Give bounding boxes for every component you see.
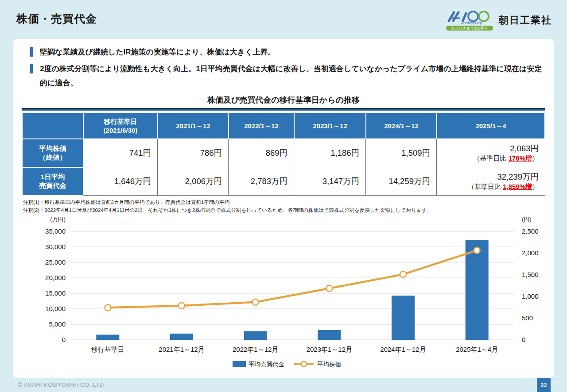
svg-text:30,000: 30,000 (45, 243, 66, 250)
baseline-comparison-note: （基準日比 178%増） (473, 154, 539, 163)
footnote-1: 注釈(1)：移行基準日の平均株価は直前3カ月間の平均であり、売買代金は直前1年間… (23, 199, 432, 207)
svg-text:10,000: 10,000 (45, 305, 66, 312)
stock-price-trading-value-chart: 05,00010,00015,00020,00025,00030,00035,0… (22, 215, 545, 372)
svg-text:0: 0 (62, 336, 66, 343)
footnotes: 注釈(1)：移行基準日の平均株価は直前3カ月間の平均であり、売買代金は直前1年間… (23, 199, 432, 215)
svg-text:2022年1～12月: 2022年1～12月 (233, 346, 278, 353)
table-cell-with-note: 32,239万円（基準日比 1,859%増） (437, 167, 545, 196)
page-number: 22 (537, 378, 551, 392)
table-header-cell: 2025/1～4 (437, 113, 545, 139)
svg-text:平均株価: 平均株価 (317, 361, 341, 368)
table-top-double-rule (22, 108, 545, 111)
svg-text:2,000: 2,000 (522, 249, 539, 257)
table-cell-with-note: 2,063円（基準日比 178%増） (437, 139, 545, 167)
table-header-cell: 移行基準日(2021/6/30) (83, 113, 158, 139)
svg-text:2021年1～12月: 2021年1～12月 (159, 346, 204, 353)
svg-text:1,000: 1,000 (522, 292, 539, 300)
table-title: 株価及び売買代金の移行基準日からの推移 (22, 95, 545, 105)
bullet-item: 堅調な業績及び継続したIR施策の実施等により、株価は大きく上昇。 (30, 45, 549, 59)
increase-rate-highlight: 178%増 (509, 154, 532, 162)
increase-rate-highlight: 1,859%増 (503, 183, 532, 190)
bullet-text: 堅調な業績及び継続したIR施策の実施等により、株価は大きく上昇。 (40, 45, 549, 59)
svg-text:500: 500 (522, 314, 533, 322)
page-title: 株価・売買代金 (16, 12, 97, 26)
svg-text:(万円): (万円) (50, 216, 66, 223)
table-cell: 1,509円 (366, 139, 437, 167)
svg-text:2,500: 2,500 (522, 227, 539, 235)
bullet-text: 2度の株式分割等により流動性も大きく向上。1日平均売買代金は大幅に改善し、当初適… (40, 62, 549, 91)
table-cell: 14,259万円 (366, 167, 437, 196)
svg-text:移行基準日: 移行基準日 (91, 346, 124, 353)
svg-text:15,000: 15,000 (45, 289, 66, 297)
svg-text:2023年1～12月: 2023年1～12月 (307, 346, 352, 353)
content-card: 堅調な業績及び継続したIR施策の実施等により、株価は大きく上昇。 2度の株式分割… (13, 39, 554, 378)
svg-text:(円): (円) (522, 216, 532, 223)
bullet-marker (30, 47, 33, 57)
svg-text:平均売買代金: 平均売買代金 (249, 361, 284, 368)
table-cell: 2,783万円 (229, 167, 294, 196)
table-cell: 3,147万円 (294, 167, 366, 196)
bullet-marker (30, 64, 33, 73)
table-header-cell: 2021/1～12 (158, 113, 229, 139)
svg-text:5,000: 5,000 (49, 320, 66, 328)
table-cell: 786円 (158, 139, 229, 167)
table-row-label: 平均株価（終値） (22, 139, 83, 167)
table-header-cell: 2022/1～12 (229, 113, 294, 139)
svg-text:0: 0 (522, 336, 525, 343)
table-header-cell: 2023/1～12 (294, 113, 366, 139)
svg-text:2024年1～12月: 2024年1～12月 (380, 346, 426, 353)
table-cell: 2,006万円 (158, 167, 229, 196)
svg-text:25,000: 25,000 (45, 258, 66, 266)
stock-data-table: 移行基準日(2021/6/30)2021/1～122022/1～122023/1… (22, 113, 545, 196)
baseline-comparison-note: （基準日比 1,859%増） (468, 183, 539, 191)
svg-text:2025年1～4月: 2025年1～4月 (456, 346, 498, 353)
table-cell: 741円 (83, 139, 158, 167)
table-cell: 869円 (229, 139, 294, 167)
footnote-2: 注釈(2)：2022年4月1日付及び2024年4月1日付の2度、それぞれ1株につ… (23, 207, 432, 215)
table-header-cell: 2024/1～12 (366, 113, 437, 139)
svg-text:1,500: 1,500 (522, 271, 539, 278)
table-header-cell (22, 113, 83, 139)
anniversary-logo-icon: Anniversary おかげさまで100周年 (446, 10, 495, 31)
company-name: 朝日工業社 (499, 14, 552, 27)
company-logo: Anniversary おかげさまで100周年 朝日工業社 (446, 10, 552, 31)
table-cell: 1,186円 (294, 139, 366, 167)
table-cell: 1,646万円 (83, 167, 158, 196)
bullet-item: 2度の株式分割等により流動性も大きく向上。1日平均売買代金は大幅に改善し、当初適… (30, 62, 549, 91)
copyright-text: © ASAHI KOGYOSHA CO.,LTD. (18, 381, 106, 388)
svg-text:35,000: 35,000 (45, 227, 66, 235)
table-row-label: 1日平均売買代金 (22, 167, 83, 196)
svg-text:20,000: 20,000 (45, 274, 66, 281)
anniversary-text: Anniversary (460, 21, 482, 25)
logo-tagline: おかげさまで100周年 (451, 26, 488, 31)
